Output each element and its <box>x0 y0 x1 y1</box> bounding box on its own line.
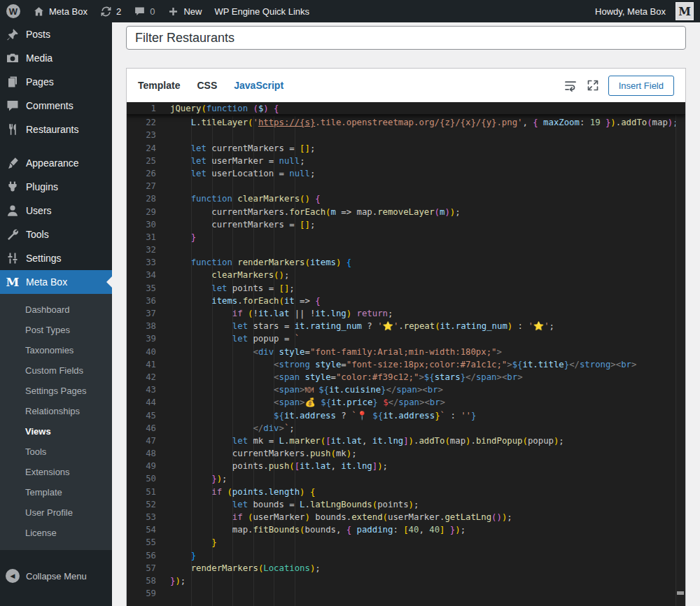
code-line-52: 52 let bounds = L.latLngBounds(points); <box>127 498 685 511</box>
code-line-25: 25 let userMarker = null; <box>127 155 685 167</box>
line-number: 51 <box>127 486 170 498</box>
code-text: <div style="font-family:Arial;min-width:… <box>170 346 502 358</box>
code-line-35: 35 let points = []; <box>127 282 685 295</box>
editor-scrollbar[interactable] <box>676 102 685 606</box>
submenu-item-custom-fields[interactable]: Custom Fields <box>0 360 112 381</box>
editor-tabs-bar: TemplateCSSJavaScript Insert Field <box>127 69 685 102</box>
admin-bar: W Meta Box 2 0 New WP Engine Quick Links… <box>0 0 700 22</box>
sidebar-item-media[interactable]: Media <box>0 46 112 70</box>
wp-engine-quick-links[interactable]: WP Engine Quick Links <box>208 0 316 22</box>
sidebar-item-label: Pages <box>26 76 54 87</box>
submenu-item-tools[interactable]: Tools <box>0 442 112 462</box>
sidebar-item-appearance[interactable]: Appearance <box>0 151 112 175</box>
sidebar-menu: PostsMediaPagesCommentsRestaurantsAppear… <box>0 22 112 270</box>
code-text: map.fitBounds(bounds, { padding: [40, 40… <box>170 523 465 536</box>
line-number: 50 <box>127 472 170 485</box>
code-line-43: 43 <span>🍽 ${it.cuisine}</span><br> <box>127 383 685 396</box>
code-line-51: 51 if (points.length) { <box>127 486 685 498</box>
line-number: 31 <box>127 231 170 244</box>
submenu-item-template[interactable]: Template <box>0 482 112 502</box>
sidebar-item-label: Appearance <box>26 157 79 169</box>
sidebar-item-label: Settings <box>26 253 62 264</box>
sidebar-item-label: Media <box>26 52 52 64</box>
line-number: 45 <box>127 409 170 422</box>
code-text: let points = []; <box>170 282 295 295</box>
code-line-49: 49 points.push([it.lat, it.lng]); <box>127 460 685 472</box>
main-content: TemplateCSSJavaScript Insert Field 1jQue… <box>112 22 700 606</box>
code-line-31: 31 } <box>127 231 685 244</box>
site-name-menu[interactable]: Meta Box <box>27 0 94 22</box>
sidebar-item-users[interactable]: Users <box>0 199 112 223</box>
comments-count: 0 <box>150 6 155 17</box>
submenu-item-taxonomies[interactable]: Taxonomies <box>0 340 112 360</box>
code-text: currentMarkers = []; <box>170 218 315 231</box>
code-line-54: 54 map.fitBounds(bounds, { padding: [40,… <box>127 523 685 536</box>
tab-template[interactable]: Template <box>138 80 180 91</box>
sidebar-item-pages[interactable]: Pages <box>0 70 112 94</box>
sidebar-item-posts[interactable]: Posts <box>0 22 112 46</box>
comments-icon <box>6 99 20 113</box>
site-name-label: Meta Box <box>49 6 88 17</box>
line-number: 23 <box>127 129 170 141</box>
line-number: 33 <box>127 256 170 269</box>
line-number: 53 <box>127 511 170 523</box>
code-text: if (points.length) { <box>170 486 315 498</box>
tab-css[interactable]: CSS <box>197 80 217 91</box>
fullscreen-icon[interactable] <box>586 78 600 92</box>
line-number: 57 <box>127 562 170 575</box>
code-text: items.forEach(it => { <box>170 295 321 307</box>
code-text: let popup = ` <box>170 332 300 345</box>
submenu-item-views[interactable]: Views <box>0 421 112 442</box>
media-icon <box>6 51 20 65</box>
line-number: 25 <box>127 155 170 167</box>
wp-logo-menu[interactable]: W <box>0 0 27 22</box>
submenu-item-settings-pages[interactable]: Settings Pages <box>0 381 112 401</box>
collapse-menu-button[interactable]: ◀ Collapse Menu <box>0 564 112 588</box>
comments-menu[interactable]: 0 <box>127 0 161 22</box>
word-wrap-icon[interactable] <box>564 78 578 92</box>
updates-menu[interactable]: 2 <box>94 0 127 22</box>
insert-field-button[interactable]: Insert Field <box>608 76 674 96</box>
howdy-label: Howdy, Meta Box <box>595 6 666 17</box>
submenu-item-user-profile[interactable]: User Profile <box>0 502 112 523</box>
pages-icon <box>6 75 20 89</box>
submenu-item-relationships[interactable]: Relationships <box>0 401 112 421</box>
howdy-menu[interactable]: Howdy, Meta Box M <box>589 0 700 22</box>
scrollbar-thumb[interactable] <box>677 591 684 595</box>
code-line-45: 45 ${it.address ? `📍 ${it.address}` : ''… <box>127 409 685 422</box>
sidebar-item-settings[interactable]: Settings <box>0 246 112 270</box>
line-number: 49 <box>127 460 170 472</box>
comments-bubble-icon <box>134 6 146 17</box>
sidebar-item-tools[interactable]: Tools <box>0 223 112 246</box>
submenu-item-dashboard[interactable]: Dashboard <box>0 300 112 320</box>
code-text: <span style="color:#f39c12;">${stars}</s… <box>170 371 523 383</box>
sidebar-item-restaurants[interactable]: Restaurants <box>0 118 112 141</box>
code-editor[interactable]: 1jQuery(function ($) {22 L.tileLayer('ht… <box>127 102 685 606</box>
code-text: if (userMarker) bounds.extend(userMarker… <box>170 511 512 523</box>
code-line-59: 59 <box>127 587 685 600</box>
code-line-46: 46 </div>`; <box>127 422 685 435</box>
sidebar-item-plugins[interactable]: Plugins <box>0 175 112 199</box>
submenu-item-license[interactable]: License <box>0 523 112 543</box>
code-text: points.push([it.lat, it.lng]); <box>170 460 388 472</box>
code-line-1: 1jQuery(function ($) { <box>127 102 685 115</box>
line-number: 1 <box>127 102 170 114</box>
line-number: 43 <box>127 383 170 396</box>
sidebar-item-meta-box[interactable]: M Meta Box <box>0 270 112 294</box>
code-text: renderMarkers(Locations); <box>170 562 321 575</box>
sidebar-item-comments[interactable]: Comments <box>0 94 112 118</box>
line-number: 37 <box>127 307 170 320</box>
collapse-label: Collapse Menu <box>26 571 87 582</box>
avatar: M <box>676 2 694 20</box>
metabox-logo-icon: M <box>6 275 20 289</box>
post-title-input[interactable] <box>126 26 686 50</box>
code-text: currentMarkers.forEach(m => map.removeLa… <box>170 206 461 218</box>
sidebar-item-label: Plugins <box>26 181 58 192</box>
submenu-item-post-types[interactable]: Post Types <box>0 320 112 340</box>
code-text: let currentMarkers = []; <box>170 142 315 155</box>
submenu-item-extensions[interactable]: Extensions <box>0 462 112 482</box>
tab-javascript[interactable]: JavaScript <box>234 80 284 91</box>
line-number: 38 <box>127 320 170 332</box>
code-line-32: 32 <box>127 244 685 256</box>
new-content-menu[interactable]: New <box>161 0 208 22</box>
